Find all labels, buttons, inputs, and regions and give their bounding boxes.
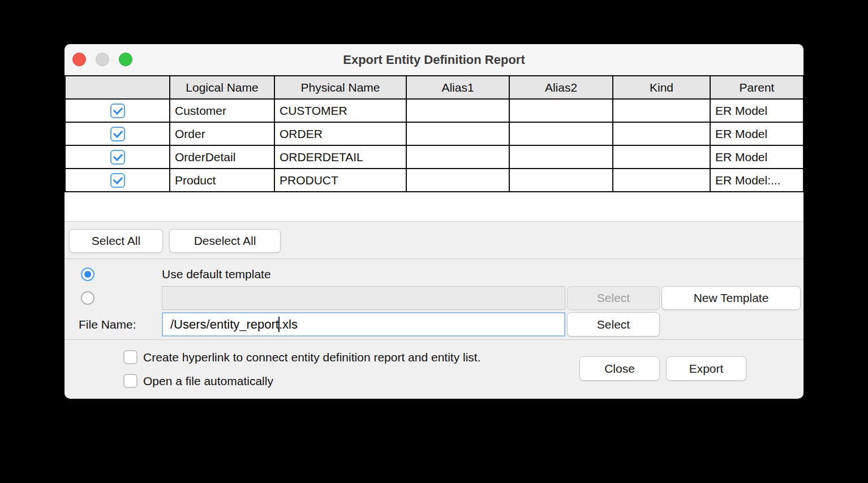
row-checkbox[interactable] <box>110 104 125 118</box>
table-row: Order ORDER ER Model <box>65 122 803 145</box>
minimize-window-icon[interactable] <box>96 53 109 66</box>
col-logical-name: Logical Name <box>170 76 274 99</box>
entity-table: Logical Name Physical Name Alias1 Alias2… <box>65 75 803 192</box>
col-physical-name: Physical Name <box>274 76 406 99</box>
open-file-label: Open a file automatically <box>143 373 273 389</box>
cell-alias2 <box>509 99 613 122</box>
cell-parent: ER Model <box>710 145 803 169</box>
template-path-field[interactable] <box>162 286 565 310</box>
table-header-row: Logical Name Physical Name Alias1 Alias2… <box>65 76 803 99</box>
table-row: Customer CUSTOMER ER Model <box>65 99 803 122</box>
cell-parent: ER Model:... <box>710 169 803 192</box>
cell-alias2 <box>509 122 613 145</box>
col-alias2: Alias2 <box>509 76 613 99</box>
row-checkbox[interactable] <box>110 127 125 141</box>
cell-parent: ER Model <box>710 122 803 145</box>
file-name-label: File Name: <box>79 312 136 337</box>
create-hyperlink-checkbox[interactable] <box>123 350 137 364</box>
file-name-value-after-caret: .xls <box>279 317 298 332</box>
cell-alias2 <box>509 169 613 192</box>
row-checkbox[interactable] <box>110 150 125 165</box>
close-window-icon[interactable] <box>72 53 86 66</box>
cell-alias1 <box>406 122 509 145</box>
col-parent: Parent <box>710 76 803 99</box>
export-entity-dialog: Export Entity Definition Report Logical … <box>65 44 803 399</box>
custom-template-radio[interactable] <box>81 291 94 305</box>
cell-physical-name: ORDER <box>274 122 406 145</box>
use-default-template-label: Use default template <box>162 267 271 282</box>
cell-physical-name: ORDERDETAIL <box>274 145 406 169</box>
export-button[interactable]: Export <box>666 356 746 381</box>
cell-parent: ER Model <box>710 99 803 122</box>
table-row: Product PRODUCT ER Model:... <box>65 169 803 192</box>
cell-kind <box>613 169 710 192</box>
deselect-all-button[interactable]: Deselect All <box>169 229 281 253</box>
create-hyperlink-label: Create hyperlink to connect entity defin… <box>143 350 481 365</box>
col-kind: Kind <box>613 76 710 99</box>
cell-physical-name: PRODUCT <box>274 169 406 192</box>
cell-alias2 <box>509 145 613 169</box>
cell-logical-name: Customer <box>170 99 274 122</box>
table-row: OrderDetail ORDERDETAIL ER Model <box>65 145 803 169</box>
cell-kind <box>613 122 710 145</box>
use-default-template-radio[interactable] <box>81 268 94 281</box>
new-template-button[interactable]: New Template <box>661 286 801 310</box>
row-checkbox[interactable] <box>110 173 125 188</box>
section-divider <box>65 339 803 340</box>
section-divider <box>65 258 803 259</box>
title-bar: Export Entity Definition Report <box>65 44 803 75</box>
window-title: Export Entity Definition Report <box>65 44 803 75</box>
cell-physical-name: CUSTOMER <box>274 99 406 122</box>
col-alias1: Alias1 <box>406 76 509 99</box>
open-file-checkbox[interactable] <box>123 374 137 388</box>
entity-table-region: Logical Name Physical Name Alias1 Alias2… <box>65 75 803 221</box>
select-all-button[interactable]: Select All <box>69 229 163 253</box>
cell-logical-name: Product <box>170 169 274 192</box>
col-checkbox <box>65 76 170 99</box>
file-select-button[interactable]: Select <box>567 312 660 337</box>
cell-alias1 <box>406 99 509 122</box>
cell-logical-name: Order <box>170 122 274 145</box>
cell-alias1 <box>406 145 509 169</box>
cell-kind <box>613 145 710 169</box>
cell-alias1 <box>406 169 509 192</box>
file-name-value-before-caret: /Users/entity_report <box>170 317 279 332</box>
template-select-button[interactable]: Select <box>567 286 660 310</box>
cell-logical-name: OrderDetail <box>170 145 274 169</box>
cell-kind <box>613 99 710 122</box>
close-button[interactable]: Close <box>579 356 660 381</box>
file-name-input[interactable]: /Users/entity_report.xls <box>162 312 565 337</box>
section-divider <box>65 221 803 222</box>
zoom-window-icon[interactable] <box>119 53 132 66</box>
